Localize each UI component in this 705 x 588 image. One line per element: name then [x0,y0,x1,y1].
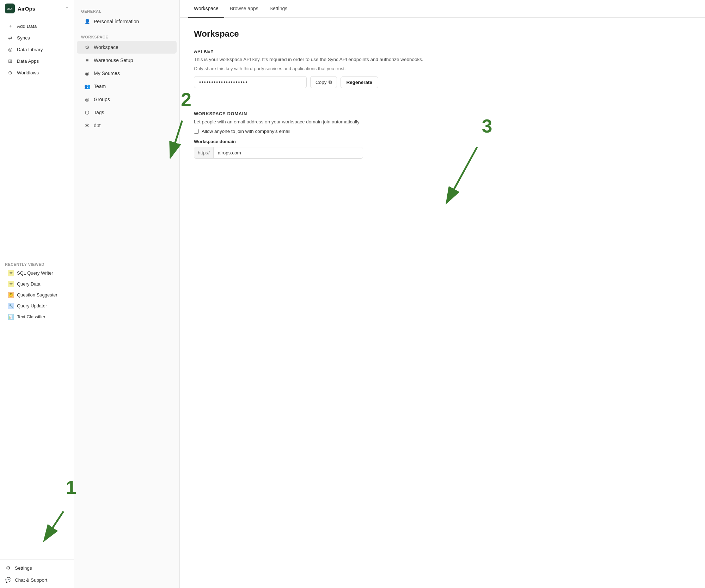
workspace-domain-title: WORKSPACE DOMAIN [194,111,691,116]
groups-icon: ◎ [84,96,90,103]
recent-item-query-data[interactable]: ✏ Query Data [5,279,69,289]
domain-input[interactable] [214,147,363,158]
content-area: Workspace API KEY This is your workspace… [180,18,705,588]
sidebar: ao. AirOps ⌃ ＋ Add Data ⇄ Syncs ◎ Data L… [0,0,74,588]
top-nav-browse-apps[interactable]: Browse apps [224,0,264,18]
api-key-note: Only share this key with third-party ser… [194,66,691,71]
api-key-title: API KEY [194,49,691,54]
recently-viewed-label: RECENTLY VIEWED [5,262,69,267]
sidebar-header: ao. AirOps ⌃ [0,0,74,17]
menu-item-workspace-label: Workspace [94,44,118,50]
settings-icon: ⚙ [5,565,11,571]
sidebar-item-data-library[interactable]: ◎ Data Library [2,44,72,55]
sidebar-nav: ＋ Add Data ⇄ Syncs ◎ Data Library ⊞ Data… [0,17,74,259]
menu-item-groups-label: Groups [94,97,110,102]
sidebar-item-add-data-label: Add Data [17,24,37,29]
middle-panel: GENERAL 👤 Personal information WORKSPACE… [74,0,180,588]
api-key-desc: This is your workspace API key. It's req… [194,56,691,63]
sidebar-item-syncs-label: Syncs [17,35,30,41]
menu-item-groups[interactable]: ◎ Groups [77,93,177,106]
recent-item-question-suggester[interactable]: 🤔 Question Suggester [5,290,69,300]
warehouse-icon: ≡ [84,57,90,63]
menu-item-dbt[interactable]: ✱ dbt [77,119,177,132]
top-nav-workspace[interactable]: Workspace [188,0,224,18]
add-data-icon: ＋ [7,23,13,29]
sidebar-chevron-icon[interactable]: ⌃ [65,6,69,11]
workspace-gear-icon: ⚙ [84,44,90,50]
workspace-domain-desc: Let people with an email address on your… [194,118,691,125]
allow-join-checkbox[interactable] [194,129,199,134]
workspace-section-label: WORKSPACE [74,33,179,41]
menu-item-my-sources-label: My Sources [94,71,120,76]
footer-chat-label: Chat & Support [15,577,47,583]
top-nav: Workspace Browse apps Settings [180,0,705,18]
app-name: AirOps [18,6,35,12]
workspace-domain-section: WORKSPACE DOMAIN Let people with an emai… [194,111,691,158]
footer-settings-label: Settings [15,565,32,571]
recent-item-label: Query Updater [17,303,47,308]
menu-item-dbt-label: dbt [94,123,100,128]
api-key-row: •••••••••••••••••••• Copy ⧉ Regenerate [194,76,691,88]
query-data-icon: ✏ [8,281,14,287]
sidebar-item-syncs[interactable]: ⇄ Syncs [2,32,72,43]
question-suggester-icon: 🤔 [8,292,14,298]
copy-label: Copy [315,80,327,85]
allow-join-checkbox-row: Allow anyone to join with company's emai… [194,129,691,134]
sql-query-writer-icon: ✏ [8,270,14,276]
menu-item-tags[interactable]: ⬡ Tags [77,106,177,119]
tags-icon: ⬡ [84,109,90,116]
my-sources-icon: ◉ [84,70,90,76]
recent-item-text-classifier[interactable]: 📊 Text Classifier [5,312,69,322]
api-key-section: API KEY This is your workspace API key. … [194,49,691,88]
section-divider [194,101,691,101]
sidebar-item-data-apps-label: Data Apps [17,59,39,64]
copy-icon: ⧉ [329,79,332,85]
regenerate-button[interactable]: Regenerate [341,76,379,88]
workflows-icon: ⊙ [7,69,13,76]
sidebar-item-data-apps[interactable]: ⊞ Data Apps [2,55,72,67]
menu-item-team[interactable]: 👥 Team [77,80,177,93]
footer-item-settings[interactable]: ⚙ Settings [0,562,74,574]
menu-item-warehouse-label: Warehouse Setup [94,57,133,63]
logo-area: ao. AirOps [5,4,35,13]
dbt-icon: ✱ [84,122,90,129]
person-icon: 👤 [84,18,90,25]
menu-item-tags-label: Tags [94,110,104,115]
data-apps-icon: ⊞ [7,58,13,64]
menu-item-workspace[interactable]: ⚙ Workspace [77,41,177,54]
recent-item-label: SQL Query Writer [17,270,53,276]
recently-viewed-section: RECENTLY VIEWED ✏ SQL Query Writer ✏ Que… [0,259,74,324]
footer-item-chat-support[interactable]: 💬 Chat & Support [0,574,74,586]
top-nav-settings[interactable]: Settings [264,0,293,18]
recent-item-label: Query Data [17,281,40,287]
sidebar-footer: ⚙ Settings 💬 Chat & Support [0,559,74,588]
domain-row: http:// [194,147,363,159]
sidebar-item-data-library-label: Data Library [17,47,43,52]
recent-item-query-updater[interactable]: 🔧 Query Updater [5,301,69,311]
main-content: Workspace Browse apps Settings Workspace… [180,0,705,588]
text-classifier-icon: 📊 [8,314,14,320]
page-title: Workspace [194,29,691,39]
allow-join-label[interactable]: Allow anyone to join with company's emai… [202,129,290,134]
domain-label: Workspace domain [194,139,691,144]
sidebar-item-workflows-label: Workflows [17,70,39,75]
sidebar-item-workflows[interactable]: ⊙ Workflows [2,67,72,78]
chat-support-icon: 💬 [5,577,11,583]
query-updater-icon: 🔧 [8,303,14,309]
data-library-icon: ◎ [7,46,13,53]
team-icon: 👥 [84,83,90,90]
syncs-icon: ⇄ [7,35,13,41]
menu-item-personal-info-label: Personal information [94,19,139,24]
logo-icon: ao. [5,4,15,13]
sidebar-item-add-data[interactable]: ＋ Add Data [2,20,72,32]
copy-button[interactable]: Copy ⧉ [310,76,337,88]
recent-item-label: Text Classifier [17,314,45,319]
menu-item-my-sources[interactable]: ◉ My Sources [77,67,177,80]
recent-item-sql-query-writer[interactable]: ✏ SQL Query Writer [5,268,69,278]
menu-item-warehouse-setup[interactable]: ≡ Warehouse Setup [77,54,177,67]
api-key-field: •••••••••••••••••••• [194,76,307,88]
general-section-label: GENERAL [74,7,179,15]
recent-item-label: Question Suggester [17,292,57,298]
menu-item-personal-info[interactable]: 👤 Personal information [77,15,177,28]
menu-item-team-label: Team [94,84,106,89]
